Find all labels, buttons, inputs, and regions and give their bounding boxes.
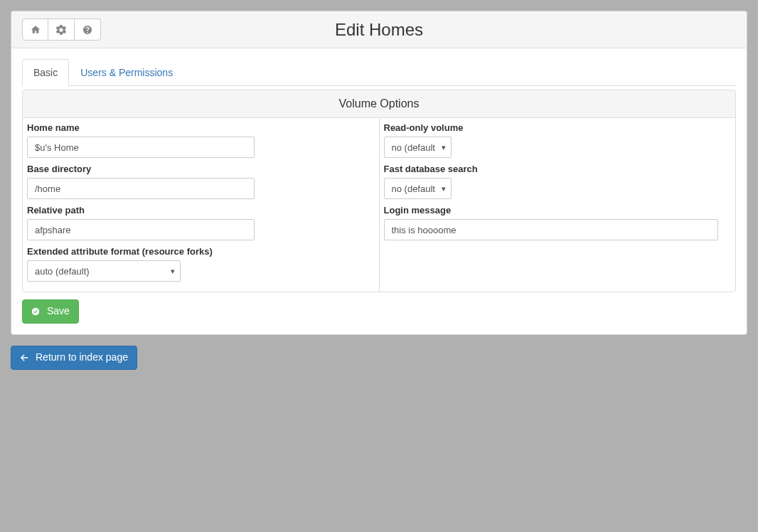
gear-icon (56, 25, 66, 35)
home-button[interactable] (22, 18, 48, 41)
header-button-group (22, 18, 101, 41)
readonly-select[interactable]: no (default) (384, 137, 452, 158)
fast-db-label: Fast database search (384, 164, 732, 174)
return-button[interactable]: Return to index page (11, 346, 137, 370)
xattr-select[interactable]: auto (default) (27, 260, 181, 282)
left-column: Home name Base directory Relative path (23, 118, 380, 292)
return-container: Return to index page (11, 346, 747, 370)
right-column: Read-only volume no (default) Fast datab… (380, 118, 736, 292)
panel-body: Basic Users & Permissions Volume Options… (11, 48, 747, 334)
save-button-label: Save (47, 304, 70, 319)
base-dir-input[interactable] (27, 178, 255, 199)
volume-options-panel: Volume Options Home name Base directory (22, 90, 736, 292)
tab-content: Volume Options Home name Base directory (22, 86, 736, 324)
rel-path-label: Relative path (27, 205, 375, 216)
arrow-left-icon (20, 353, 28, 362)
home-name-input[interactable] (27, 137, 255, 158)
check-circle-icon (31, 307, 40, 316)
volume-options-heading: Volume Options (23, 90, 735, 118)
login-msg-input[interactable] (384, 219, 718, 240)
return-button-label: Return to index page (36, 351, 128, 365)
question-icon (82, 25, 92, 35)
panel-header: Edit Homes (11, 11, 747, 48)
readonly-label: Read-only volume (384, 122, 732, 133)
save-button[interactable]: Save (22, 299, 79, 324)
fast-db-select[interactable]: no (default) (384, 178, 452, 199)
tab-list: Basic Users & Permissions (22, 59, 736, 86)
main-panel: Edit Homes Basic Users & Permissions Vol… (11, 11, 747, 335)
settings-button[interactable] (48, 18, 75, 41)
form-columns: Home name Base directory Relative path (23, 118, 735, 292)
tab-users-permissions[interactable]: Users & Permissions (69, 59, 184, 86)
rel-path-input[interactable] (27, 219, 255, 240)
help-button[interactable] (75, 18, 101, 41)
xattr-label: Extended attribute format (resource fork… (27, 246, 375, 257)
base-dir-label: Base directory (27, 164, 375, 174)
page-title: Edit Homes (22, 18, 736, 41)
home-icon (31, 25, 41, 35)
login-msg-label: Login message (384, 205, 732, 216)
tab-basic[interactable]: Basic (22, 59, 69, 86)
home-name-label: Home name (27, 122, 375, 133)
